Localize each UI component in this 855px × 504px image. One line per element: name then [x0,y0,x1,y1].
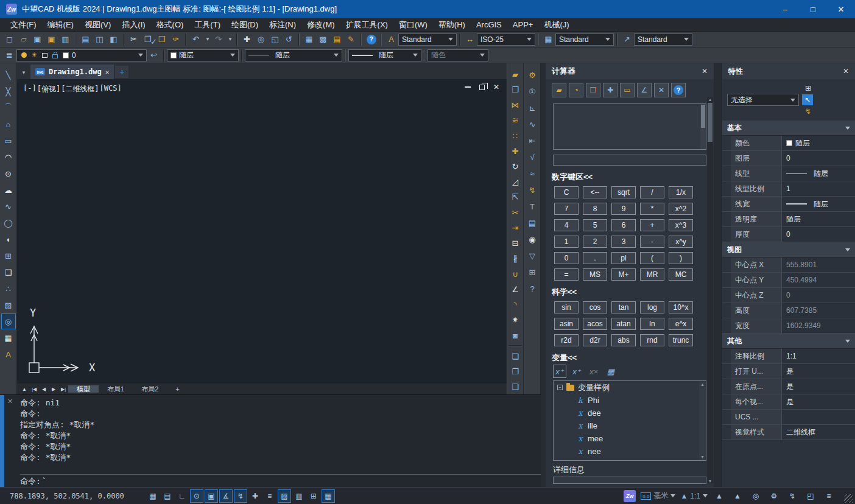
grid-toggle[interactable]: ▤ [161,489,174,503]
annotation-visibility-icon[interactable]: ▲ [712,489,726,503]
selection-cycling-toggle[interactable]: ⊞ [307,489,320,503]
sci-key-trunc[interactable]: trunc [669,334,693,346]
calc-key-=[interactable]: = [554,268,579,281]
chamfer-tool[interactable]: ∠ [508,282,522,296]
text-annotation-icon[interactable]: T [525,198,540,214]
calc-key--[interactable]: - [640,236,664,248]
tool-palettes-icon[interactable]: ▤ [330,33,344,46]
document-minimize-icon[interactable] [465,86,471,88]
calc-key-3[interactable]: 3 [611,236,636,248]
prop-section-header-view[interactable]: 视图 [722,242,855,257]
lineweight-dropdown[interactable]: 随层 [348,49,421,61]
command-input-line[interactable]: 命令: ` [20,474,541,488]
calc-key-2[interactable]: 2 [583,236,607,248]
mech-help-icon[interactable]: ? [525,281,540,296]
layout-prev-icon[interactable]: ◀ [39,387,49,392]
property-value-lineweight[interactable]: 随层 [782,197,855,211]
sci-key-tan[interactable]: tan [611,301,636,313]
sci-key-10^x[interactable]: 10^x [669,301,693,313]
menubar-item-tools[interactable]: 工具(T) [189,18,226,31]
new-document-tab-button[interactable]: ＋ [115,66,128,78]
command-window-grip[interactable] [0,395,4,487]
weld-symbol-icon[interactable]: ↯ [525,182,540,198]
text-style-icon[interactable]: A [384,33,398,46]
insert-block-tool[interactable]: ⊞ [1,248,16,264]
reference-icon[interactable]: ✎ [344,33,358,46]
calc-key-1/x[interactable]: 1/x [669,186,693,198]
command-window[interactable]: ✕ 命令: ni1命令:指定对角点: *取消*命令: *取消*命令: *取消*命… [0,394,541,487]
quick-properties-toggle[interactable]: ▥ [292,489,306,503]
break-at-point-tool[interactable]: ⊟ [508,236,522,251]
calc-intersection-icon[interactable]: ✕ [654,83,669,97]
bring-above-icon[interactable]: ❑ [508,380,522,394]
variable-item-mee[interactable]: xmee [554,432,706,445]
sheet-settings-icon[interactable]: ⚙ [525,67,540,83]
copy-tool[interactable]: ❐ [508,82,522,97]
menubar-item-draw[interactable]: 绘图(D) [226,18,264,31]
property-value-height[interactable]: 607.7385 [782,303,855,318]
send-to-back-icon[interactable]: ❐ [508,364,522,379]
calc-help-icon[interactable]: ? [671,83,686,97]
calculator-close-icon[interactable]: ✕ [702,67,708,75]
cut-icon[interactable]: ✂ [127,33,141,46]
polar-tracking-toggle[interactable]: ⊙ [190,489,203,503]
save-as-icon[interactable]: ▣ [44,33,58,46]
polygon-tool[interactable]: ⌂ [1,116,16,132]
customization-menu-icon[interactable]: ≡ [822,489,836,503]
calc-key-x^3[interactable]: x^3 [669,219,693,231]
property-value-ucs-icon-on[interactable]: 是 [782,364,855,379]
layout-last-icon[interactable]: ▶| [58,387,68,392]
layer-freeze-icon[interactable]: ☀ [30,51,38,59]
document-close-icon[interactable]: ✕ [493,83,499,91]
fullscreen-icon[interactable]: ◰ [804,489,817,503]
calculator-history-box[interactable] [553,103,706,150]
selection-dropdown[interactable]: 无选择 [727,94,799,106]
visibility-icon[interactable]: ◉ [525,231,540,247]
zwcad-logo-icon[interactable]: Zw [624,490,636,502]
annotation-scale-widget[interactable]: ▲ 1:1 [680,492,708,500]
property-value-linetype[interactable]: 随层 [782,166,855,181]
variable-item-rad[interactable]: xrad [554,458,706,461]
menubar-item-format[interactable]: 格式(O) [151,18,189,31]
calc-get-coordinates-icon[interactable]: ✚ [603,83,618,97]
sci-key-cos[interactable]: cos [583,301,607,313]
construction-line-tool[interactable]: ╳ [1,83,16,99]
break-tool[interactable]: ∦ [508,251,522,266]
calc-key-)[interactable]: ) [669,252,693,264]
layout-menu-icon[interactable]: ▲ [19,387,29,392]
balloon-icon[interactable]: ▽ [525,248,540,264]
redo-icon[interactable]: ↷ [211,33,225,46]
property-value-annotation-scale[interactable]: 1:1 [782,349,855,363]
new-layout-button[interactable]: + [167,383,188,394]
calc-key-C[interactable]: C [554,186,579,198]
menubar-item-arcgis[interactable]: ArcGIS [471,18,507,31]
wcs-control[interactable]: [WCS] [100,84,122,94]
sci-key-e^x[interactable]: e^x [669,318,693,330]
menubar-item-edit[interactable]: 编辑(E) [42,18,79,31]
sci-key-atan[interactable]: atan [611,318,636,330]
units-widget[interactable]: 0.0 毫米 [641,491,675,501]
calc-key-0[interactable]: 0 [554,252,579,264]
calc-paste-to-cmdline-icon[interactable]: ❒ [586,83,600,97]
visual-style-control[interactable]: [二维线框] [61,84,99,94]
publish-icon[interactable]: ◧ [107,33,121,46]
offset-tool[interactable]: ≋ [508,113,522,128]
property-value-center-z[interactable]: 0 [782,288,855,303]
variable-item-Phi[interactable]: kPhi [554,394,706,407]
calc-key-+[interactable]: + [640,219,664,231]
select-objects-icon[interactable]: ↖ [802,94,813,105]
save-all-icon[interactable]: ▥ [58,33,72,46]
isolate-objects-icon[interactable]: ◎ [749,489,762,503]
calc-clear-icon[interactable]: ▰ [552,83,566,97]
edit-variable-icon[interactable]: x⁺ [570,365,583,378]
menubar-item-express[interactable]: 扩展工具(X) [340,18,393,31]
variable-item-nee[interactable]: xnee [554,445,706,458]
dynamic-ucs-toggle[interactable]: ✚ [248,489,262,503]
linetype-dropdown[interactable]: 随层 [245,49,342,61]
viewport-min-control[interactable]: [-] [23,84,37,94]
calc-key-*[interactable]: * [640,203,664,215]
zoom-window-icon[interactable]: ◱ [268,33,282,46]
property-value-ucs-name[interactable] [782,410,855,424]
calc-key-5[interactable]: 5 [583,219,607,231]
ortho-toggle[interactable]: ∟ [175,489,189,503]
